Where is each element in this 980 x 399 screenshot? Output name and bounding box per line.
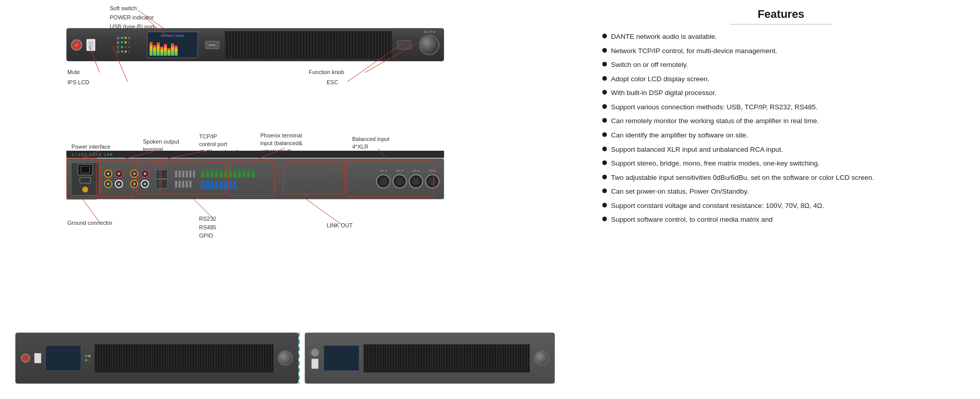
feature-item-2: Switch on or off remotely. bbox=[602, 60, 960, 70]
xlr-section: CH 4 CH 3 CH 2 CH 1 bbox=[376, 169, 439, 189]
feature-item-9: Support stereo, bridge, mono, free matri… bbox=[602, 158, 960, 169]
power-socket-visual bbox=[78, 164, 93, 175]
front-device-image: A B C D NPA43 0.1 DEFA bbox=[66, 28, 444, 61]
feature-bullet-6 bbox=[602, 118, 607, 123]
feature-text-8: Support balanced XLR input and unbalance… bbox=[611, 145, 783, 155]
feature-bullet-7 bbox=[602, 132, 607, 137]
phoenix-section bbox=[201, 169, 255, 190]
label-function-knob: Function knob bbox=[309, 69, 344, 75]
feature-bullet-8 bbox=[602, 147, 607, 151]
feature-bullet-9 bbox=[602, 160, 607, 165]
feature-bullet-4 bbox=[602, 90, 607, 95]
feature-item-13: Support software control, to control med… bbox=[602, 215, 960, 225]
feature-bullet-12 bbox=[602, 203, 607, 207]
feature-item-7: Can identify the amplifier by software o… bbox=[602, 130, 960, 140]
lcd-display-visual: NPA43 0.1 DEFA bbox=[147, 32, 198, 58]
rca-group-2 bbox=[130, 170, 149, 188]
knob-area bbox=[397, 35, 439, 55]
label-rs232: RS232RS485GPIO bbox=[199, 215, 216, 240]
rca-port-5 bbox=[130, 170, 138, 178]
lan-section bbox=[156, 170, 167, 188]
b-knob-right bbox=[534, 350, 549, 366]
b-vent-right bbox=[363, 344, 530, 372]
feature-item-12: Support constant voltage and constant re… bbox=[602, 201, 960, 211]
vent-grill-front bbox=[225, 31, 392, 59]
feature-item-4: With built-in DSP digital processor. bbox=[602, 88, 960, 98]
feature-bullet-1 bbox=[602, 48, 607, 53]
rca-port-3 bbox=[104, 180, 112, 188]
rca-port-2 bbox=[115, 170, 123, 178]
mute-top-label: MUTE bbox=[424, 30, 436, 34]
feature-text-4: With built-in DSP digital processor. bbox=[611, 88, 717, 98]
b-right-left bbox=[310, 348, 320, 369]
label-balanced-input: Balanced input4*XLR bbox=[352, 135, 389, 151]
feature-item-3: Adopt color LCD display screen. bbox=[602, 74, 960, 84]
rca-port-6 bbox=[141, 170, 149, 178]
b-power-btn bbox=[21, 354, 30, 363]
lan-port-2 bbox=[156, 180, 167, 188]
label-power-interface: Power interfaceand switch bbox=[71, 143, 110, 159]
b-lcd bbox=[45, 345, 81, 371]
features-list: DANTE network audio is available.Network… bbox=[602, 32, 960, 225]
rca-port-7 bbox=[130, 180, 138, 188]
bottom-images bbox=[0, 317, 561, 399]
feature-bullet-0 bbox=[602, 34, 607, 38]
feature-text-10: Two adjustable input sensitivities 0dBu/… bbox=[611, 173, 874, 183]
b-channel-area bbox=[85, 355, 90, 361]
b-vent-left bbox=[94, 344, 274, 372]
feature-item-8: Support balanced XLR input and unbalance… bbox=[602, 145, 960, 155]
feature-text-7: Can identify the amplifier by software o… bbox=[611, 130, 748, 140]
feature-item-0: DANTE network audio is available. bbox=[602, 32, 960, 42]
features-divider bbox=[730, 24, 832, 25]
feature-text-0: DANTE network audio is available. bbox=[611, 32, 717, 42]
back-label-strip: AC160-264V 16A bbox=[66, 151, 444, 158]
rca-port-4 bbox=[115, 180, 123, 188]
feature-text-12: Support constant voltage and constant re… bbox=[611, 201, 824, 211]
label-tcpip-control: TCP/IPcontrol port(Dante optional) bbox=[199, 133, 239, 156]
label-esc: ESC bbox=[327, 79, 338, 85]
label-ground-connector: Ground connector bbox=[67, 220, 112, 226]
label-phoenix-terminal: Phoenix terminalinput (balanced&unbalanc… bbox=[260, 132, 303, 155]
label-usb-port: USB (type-B) port bbox=[110, 24, 154, 30]
b-lcd-right bbox=[324, 345, 359, 371]
back-device-image: CH 4 CH 3 CH 2 CH 1 bbox=[66, 158, 444, 199]
feature-text-3: Adopt color LCD display screen. bbox=[611, 74, 709, 84]
power-section-back bbox=[71, 162, 99, 196]
feature-text-13: Support software control, to control med… bbox=[611, 215, 773, 225]
label-power-indicator: POWER indicator bbox=[110, 14, 154, 20]
feature-bullet-5 bbox=[602, 104, 607, 109]
ground-screw-visual bbox=[82, 186, 88, 193]
feature-item-5: Support various connection methods: USB,… bbox=[602, 102, 960, 112]
label-mute: Mute bbox=[67, 69, 80, 75]
feature-text-9: Support stereo, bridge, mono, free matri… bbox=[611, 158, 820, 169]
lan-port-1 bbox=[156, 170, 167, 178]
gpio-section bbox=[175, 170, 195, 188]
label-spoken-output: Spoken outputterminal bbox=[143, 138, 179, 154]
front-left-section bbox=[71, 39, 117, 51]
left-panel: A B C D NPA43 0.1 DEFA bbox=[0, 0, 582, 399]
usb-port-visual bbox=[86, 39, 95, 51]
bottom-device-left bbox=[15, 333, 299, 384]
right-panel: Features DANTE network audio is availabl… bbox=[582, 0, 980, 399]
label-link-out: LINK OUT bbox=[327, 222, 353, 228]
b-usb bbox=[34, 353, 41, 363]
svg-line-17 bbox=[83, 199, 100, 222]
feature-item-10: Two adjustable input sensitivities 0dBu/… bbox=[602, 173, 960, 183]
feature-item-6: Can remotely monitor the working status … bbox=[602, 116, 960, 126]
rca-group-1 bbox=[104, 170, 123, 188]
b-knob-left bbox=[278, 350, 293, 366]
bottom-device-right bbox=[305, 333, 555, 384]
power-button-visual bbox=[71, 39, 82, 51]
mute-button-visual: Mute bbox=[205, 41, 219, 49]
feature-bullet-2 bbox=[602, 62, 607, 66]
rca-port-1 bbox=[104, 170, 112, 178]
feature-item-11: Can set power-on status, Power On/Standb… bbox=[602, 186, 960, 197]
power-switch-visual bbox=[80, 177, 91, 183]
esc-button-visual bbox=[397, 40, 411, 50]
feature-text-6: Can remotely monitor the working status … bbox=[611, 116, 819, 126]
svg-line-20 bbox=[306, 199, 342, 225]
feature-text-5: Support various connection methods: USB,… bbox=[611, 102, 818, 112]
b-usb-right bbox=[311, 359, 318, 369]
function-knob-visual bbox=[419, 35, 439, 55]
dashed-divider bbox=[299, 333, 300, 384]
